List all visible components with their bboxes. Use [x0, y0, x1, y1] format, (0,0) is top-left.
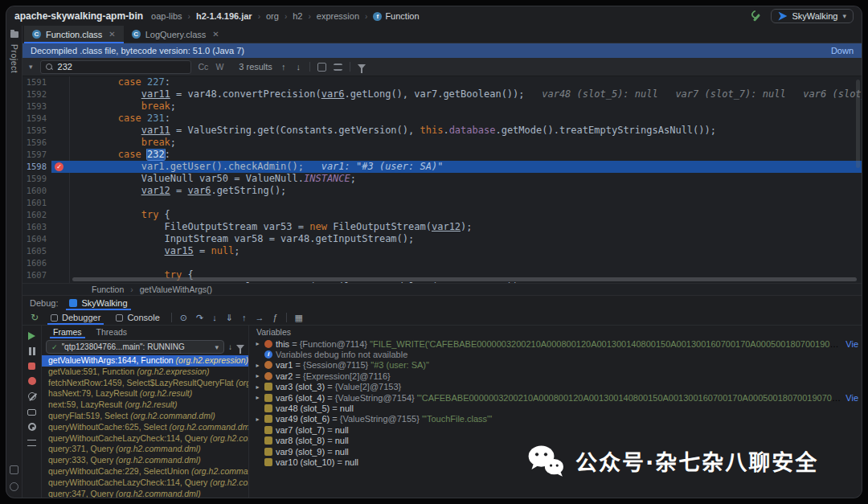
gutter[interactable]	[51, 221, 69, 233]
filter-search-icon[interactable]	[358, 64, 366, 69]
line-number[interactable]: 1599	[23, 173, 51, 185]
view-link[interactable]: Vie	[845, 339, 862, 349]
gutter[interactable]	[51, 149, 69, 161]
gutter[interactable]	[51, 209, 69, 221]
frame-row[interactable]: getValueWithArgs:1644, Function (org.h2.…	[42, 355, 248, 367]
expand-search-icon[interactable]: ▾	[29, 63, 33, 71]
frame-row[interactable]: queryWithoutCache:625, Select (org.h2.co…	[42, 422, 248, 433]
structure-icon[interactable]	[10, 465, 18, 474]
code-line[interactable]: 1602 try {	[23, 209, 862, 221]
gutter[interactable]	[51, 197, 69, 209]
view-breakpoints-icon[interactable]	[28, 377, 36, 385]
gutter[interactable]	[51, 125, 69, 137]
gutter[interactable]	[51, 137, 69, 149]
frame-row[interactable]: queryWithoutCacheLazyCheck:114, Query (o…	[42, 433, 248, 445]
line-number[interactable]: 1603	[23, 221, 51, 233]
code-line[interactable]: 1596 break;	[23, 137, 862, 149]
evaluate-expression-icon[interactable]: ƒ	[269, 313, 280, 322]
line-number[interactable]: 1600	[23, 185, 51, 197]
breadcrumb[interactable]: oap-libs›h2-1.4.196.jar›org›h2›expressio…	[151, 11, 420, 21]
step-out-icon[interactable]: ↑	[239, 313, 250, 322]
stop-icon[interactable]	[28, 363, 35, 370]
variable-row[interactable]: var7 (slot_7) = null	[249, 424, 862, 435]
line-number[interactable]: 1605	[23, 245, 51, 257]
variable-row[interactable]: var48 (slot_5) = null	[249, 403, 862, 413]
gutter[interactable]	[51, 185, 69, 197]
variable-row[interactable]: ▸var3 (slot_3) = {Value[2]@7153}	[249, 382, 862, 392]
gutter[interactable]	[51, 281, 69, 283]
code-line[interactable]: 1597 case 232:	[23, 149, 862, 161]
frame-row[interactable]: hasNext:79, LazyResult (org.h2.result)	[42, 388, 248, 400]
code-line[interactable]: 1598✓ var1.getUser().checkAdmin(); var1:…	[23, 161, 862, 173]
breadcrumb-class[interactable]: Function	[92, 285, 124, 294]
code-line[interactable]: 1594 case 231:	[23, 113, 862, 125]
thread-dump-icon[interactable]	[27, 409, 36, 416]
line-number[interactable]: 1604	[23, 233, 51, 245]
find-previous-button[interactable]: ↑	[280, 62, 288, 72]
breadcrumb-item[interactable]: h2-1.4.196.jar	[196, 11, 252, 21]
debug-session-tab[interactable]: SkyWalking	[66, 296, 130, 310]
expand-icon[interactable]: ▸	[254, 340, 261, 347]
line-number[interactable]: 1592	[23, 88, 51, 100]
step-into-icon[interactable]: ↓	[209, 313, 220, 322]
line-number[interactable]: 1597	[23, 149, 51, 161]
expand-icon[interactable]: ▸	[254, 383, 261, 391]
frame-row[interactable]: getValue:591, Function (org.h2.expressio…	[42, 367, 248, 378]
code-line[interactable]: 1603 FileOutputStream var53 = new FileOu…	[23, 221, 862, 233]
gutter[interactable]	[51, 245, 69, 257]
hide-frames-filter-icon[interactable]	[236, 345, 244, 350]
expand-icon[interactable]: ▸	[254, 416, 261, 423]
project-folder-icon[interactable]	[10, 31, 18, 38]
show-results-in-panel-button[interactable]	[334, 64, 342, 71]
gutter[interactable]	[51, 100, 69, 113]
pause-icon[interactable]	[29, 347, 35, 355]
run-config-selector[interactable]: SkyWalking ▾	[771, 9, 854, 23]
sort-frames-icon[interactable]: ↓	[228, 342, 232, 351]
code-line[interactable]: 1608 var11 = ValueLong.get(IOUtils.copyA…	[23, 281, 862, 283]
tab-function-class[interactable]: C Function.class ✕	[24, 26, 124, 43]
tab-debugger[interactable]: Debugger	[44, 310, 107, 325]
tab-threads[interactable]: Threads	[90, 326, 134, 338]
breadcrumb-method[interactable]: getValueWithArgs()	[140, 285, 212, 294]
run-to-cursor-icon[interactable]: →	[252, 313, 267, 322]
variable-row[interactable]: ▸var1 = {Session@7115} "#3 (user: SA)"	[249, 360, 862, 371]
frame-row[interactable]: next:59, LazyResult (org.h2.result)	[42, 400, 248, 411]
code-line[interactable]: 1604 InputStream var58 = var48.getInputS…	[23, 233, 862, 245]
force-step-into-icon[interactable]: ⇓	[223, 313, 236, 323]
show-execution-point-icon[interactable]: ⊙	[177, 313, 190, 323]
code-line[interactable]: 1593 break;	[23, 100, 862, 113]
line-number[interactable]: 1607	[23, 269, 51, 281]
variable-row[interactable]: ▸var49 (slot_6) = {ValueString@7155} "'T…	[249, 414, 862, 424]
horizontal-scrollbar[interactable]	[72, 277, 857, 281]
build-wrench-icon[interactable]	[751, 11, 761, 22]
line-number[interactable]: 1606	[23, 257, 51, 269]
variable-row[interactable]: ▸var6 (slot_4) = {ValueString@7154} "'CA…	[249, 392, 862, 403]
whole-words-toggle[interactable]: W	[215, 62, 223, 72]
line-number[interactable]: 1608	[23, 281, 51, 283]
frame-row[interactable]: queryWithoutCacheLazyCheck:114, Query (o…	[42, 477, 248, 489]
breadcrumb-item[interactable]: h2	[293, 11, 302, 21]
breadcrumb-item[interactable]: fFunction	[373, 11, 419, 21]
gutter[interactable]	[51, 76, 69, 88]
frame-row[interactable]: query:371, Query (org.h2.command.dml)	[42, 444, 248, 455]
code-editor[interactable]: 1591 case 227:1592 var11 = var48.convert…	[23, 76, 862, 283]
vertical-scrollbar[interactable]	[856, 80, 860, 168]
download-sources-link[interactable]: Down	[831, 46, 854, 55]
rerun-icon[interactable]: ↻	[27, 312, 42, 323]
tab-frames[interactable]: Frames	[47, 326, 88, 338]
expand-icon[interactable]: ▸	[254, 394, 261, 401]
frame-row[interactable]: query:333, Query (org.h2.command.dml)	[42, 455, 248, 466]
find-next-button[interactable]: ↓	[294, 62, 302, 72]
code-line[interactable]: 1605 var15 = null;	[23, 245, 862, 257]
layout-settings-icon[interactable]: ▦	[292, 313, 306, 323]
code-line[interactable]: 1599 ValueNull var50 = ValueNull.INSTANC…	[23, 173, 862, 185]
gutter[interactable]: ✓	[51, 161, 69, 173]
code-line[interactable]: 1591 case 227:	[23, 76, 862, 88]
debug-settings-icon[interactable]	[28, 423, 36, 431]
view-link[interactable]: Vie	[845, 393, 862, 403]
line-number[interactable]: 1594	[23, 113, 51, 125]
code-line[interactable]: 1595 var11 = ValueString.get(Constants.g…	[23, 125, 862, 137]
frame-row[interactable]: queryFlat:519, Select (org.h2.command.dm…	[42, 411, 248, 422]
thread-selector[interactable]: ✓ "qtp123804766...main": RUNNING ▾	[46, 340, 224, 354]
code-line[interactable]: 1606	[23, 257, 862, 269]
